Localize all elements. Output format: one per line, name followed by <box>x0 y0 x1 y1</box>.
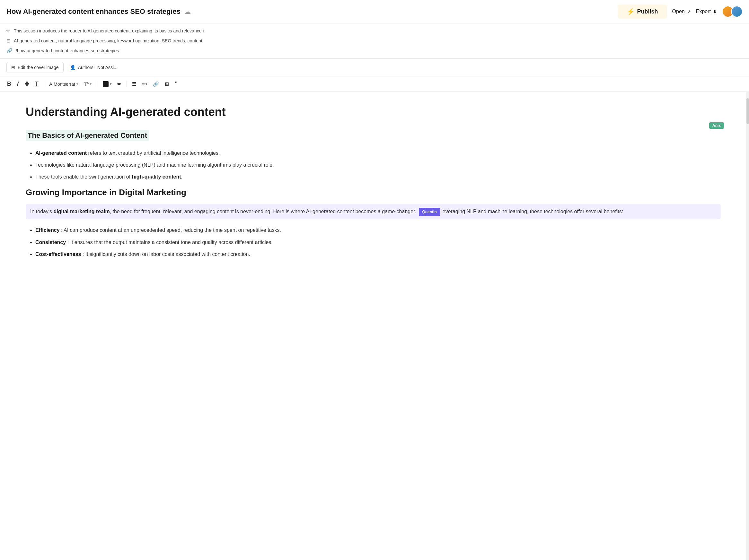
align-icon: ≡ <box>142 81 145 87</box>
publish-icon: ⚡ <box>627 8 635 16</box>
publish-label: Publish <box>637 8 658 15</box>
list-item-bold: high-quality content <box>132 174 181 179</box>
paragraph-text-after: leveraging NLP and machine learning, the… <box>440 209 623 214</box>
content-wrapper: Understanding AI-generated content Anis … <box>0 92 749 560</box>
color-swatch <box>103 81 109 87</box>
meta-keywords: ⊟ AI-generated content, natural language… <box>6 36 743 46</box>
list-item-bold: Consistency <box>35 240 66 245</box>
font-size-selector[interactable]: Tᴬ ▾ <box>82 80 93 88</box>
list-item-bold: Efficiency <box>35 227 60 233</box>
export-label: Export <box>696 9 711 15</box>
avatar <box>731 6 743 17</box>
meta-slug-text: /how-ai-generated-content-enhances-seo-s… <box>16 47 119 54</box>
top-bar-left: How AI-generated content enhances SEO st… <box>6 7 618 16</box>
bullet-list-1: AI-generated content refers to text crea… <box>35 149 721 181</box>
open-icon: ↗ <box>687 9 691 15</box>
list-item-text: Technologies like natural language proce… <box>35 162 274 168</box>
image-button[interactable]: ⊞ <box>163 80 171 88</box>
paragraph-text-before: In today's <box>30 209 53 214</box>
list-item: Efficiency : AI can produce content at a… <box>35 226 721 234</box>
chevron-down-icon: ▾ <box>90 82 91 86</box>
meta-description: ✏ This section introduces the reader to … <box>6 26 743 36</box>
list-item: These tools enable the swift generation … <box>35 172 721 181</box>
article-main-heading: Understanding AI-generated content <box>26 105 721 120</box>
scrollbar[interactable] <box>746 92 749 560</box>
avatar-group <box>722 6 743 17</box>
list-item: Consistency : It ensures that the output… <box>35 238 721 246</box>
list-item: Cost-effectiveness : It significantly cu… <box>35 250 721 258</box>
list-item: AI-generated content refers to text crea… <box>35 149 721 157</box>
list-item-text: : It ensures that the output maintains a… <box>67 240 273 245</box>
paragraph-1: In today's digital marketing realm, the … <box>26 204 721 219</box>
underline-button[interactable]: T <box>33 79 41 89</box>
open-button[interactable]: Open ↗ <box>672 9 691 15</box>
top-bar: How AI-generated content enhances SEO st… <box>0 0 749 23</box>
user-badge-quentin: Quentin <box>419 208 440 216</box>
actions-row: ⊞ Edit the cover image 👤 Authors: Not As… <box>0 59 749 77</box>
tag-icon: ⊟ <box>6 38 10 44</box>
content-area[interactable]: Understanding AI-generated content Anis … <box>0 92 746 560</box>
list-item: Technologies like natural language proce… <box>35 160 721 169</box>
edit-cover-button[interactable]: ⊞ Edit the cover image <box>6 62 64 73</box>
export-button[interactable]: Export ⬇ <box>696 9 717 15</box>
font-name-label: Montserrat <box>53 82 75 87</box>
color-button[interactable]: ▾ <box>100 80 113 88</box>
plus-button[interactable]: ✚ <box>22 79 31 89</box>
meta-description-text: This section introduces the reader to AI… <box>14 28 204 34</box>
sub-heading-1: The Basics of AI-generated Content <box>26 130 149 141</box>
page-title: How AI-generated content enhances SEO st… <box>6 7 180 16</box>
publish-button[interactable]: ⚡ Publish <box>618 4 667 19</box>
scrollbar-thumb[interactable] <box>746 98 749 124</box>
open-label: Open <box>672 9 685 15</box>
font-size-label: Tᴬ <box>84 81 89 87</box>
italic-button[interactable]: I <box>15 79 21 89</box>
chevron-down-icon: ▾ <box>146 82 147 86</box>
list-item-bold: Cost-effectiveness <box>35 252 81 257</box>
font-family-selector[interactable]: A Montserrat ▾ <box>47 80 80 88</box>
toolbar-separator <box>127 81 127 87</box>
meta-row: ✏ This section introduces the reader to … <box>0 23 749 59</box>
sub-heading-1-wrapper: Anis The Basics of AI-generated Content <box>26 130 721 141</box>
toolbar-separator <box>44 81 44 87</box>
highlight-button[interactable]: ✏ <box>115 80 123 88</box>
person-icon: 👤 <box>70 65 76 70</box>
link-icon: 🔗 <box>6 48 13 53</box>
list-item-bold: AI-generated content <box>35 150 87 156</box>
list-button[interactable]: ☰ <box>130 80 138 88</box>
list-item-text: : It significantly cuts down on labor co… <box>83 252 250 257</box>
authors-area: 👤 Authors: Not Assi... <box>70 65 117 70</box>
font-name: A <box>49 81 52 87</box>
pencil-icon: ✏ <box>6 28 10 34</box>
bullet-list-2: Efficiency : AI can produce content at a… <box>35 226 721 258</box>
list-item-text: : AI can produce content at an unprecede… <box>61 227 281 233</box>
paragraph-text-mid: , the need for frequent, relevant, and e… <box>110 209 418 214</box>
export-icon: ⬇ <box>713 9 717 15</box>
bold-button[interactable]: B <box>5 79 13 89</box>
align-button[interactable]: ≡ ▾ <box>140 80 149 88</box>
link-button[interactable]: 🔗 <box>151 80 161 88</box>
meta-slug: 🔗 /how-ai-generated-content-enhances-seo… <box>6 46 743 56</box>
authors-value: Not Assi... <box>97 65 117 70</box>
chevron-down-icon: ▾ <box>77 82 78 86</box>
quote-button[interactable]: " <box>173 79 179 89</box>
top-bar-right: ⚡ Publish Open ↗ Export ⬇ <box>618 4 743 19</box>
toolbar: B I ✚ T A Montserrat ▾ Tᴬ ▾ ▾ ✏ ☰ ≡ ▾ 🔗 … <box>0 77 749 92</box>
meta-keywords-text: AI-generated content, natural language p… <box>14 38 202 44</box>
cloud-icon: ☁ <box>184 8 191 16</box>
chevron-down-icon: ▾ <box>110 82 111 86</box>
section-heading-2: Growing Importance in Digital Marketing <box>26 188 721 197</box>
list-item-text: These tools enable the swift generation … <box>35 174 183 179</box>
image-icon: ⊞ <box>11 65 15 70</box>
paragraph-bold: digital marketing realm <box>53 209 109 214</box>
cover-label: Edit the cover image <box>18 65 59 70</box>
user-badge-anis: Anis <box>709 122 724 129</box>
authors-label: Authors: <box>78 65 95 70</box>
list-item-text: refers to text created by artificial int… <box>88 150 220 156</box>
